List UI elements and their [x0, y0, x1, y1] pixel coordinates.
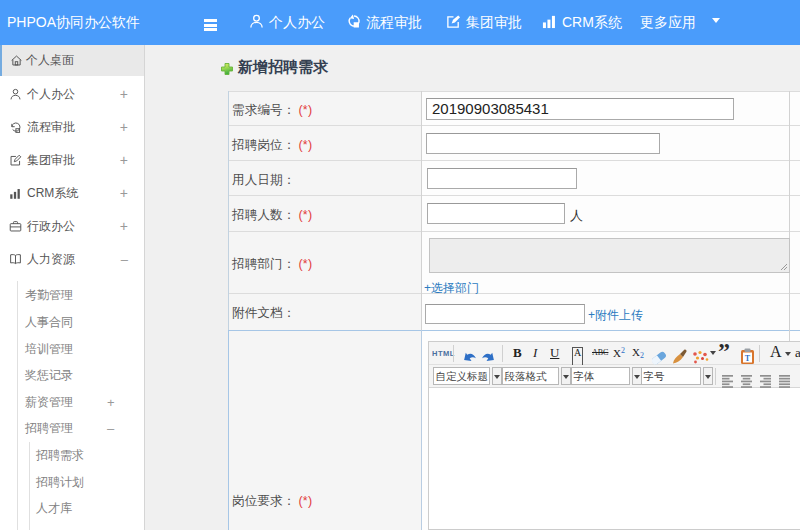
svg-text:T: T: [745, 354, 751, 363]
